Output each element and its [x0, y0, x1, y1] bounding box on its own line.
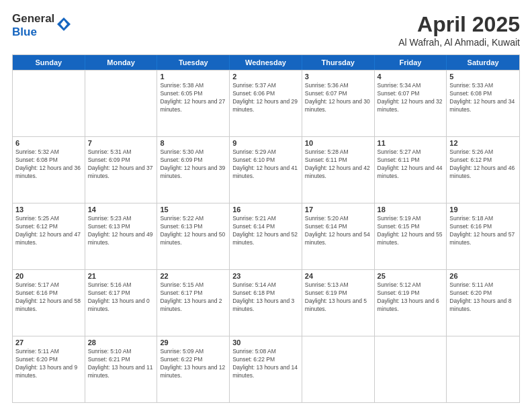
cell-day-number: 7	[88, 139, 154, 147]
cell-day-number: 3	[305, 73, 371, 81]
cell-day-number: 27	[15, 338, 82, 347]
logo-blue: Blue	[12, 26, 54, 39]
calendar-cell: 11Sunrise: 5:27 AM Sunset: 6:11 PM Dayli…	[375, 137, 447, 203]
calendar-cell: 10Sunrise: 5:28 AM Sunset: 6:11 PM Dayli…	[302, 137, 375, 203]
calendar-cell: 23Sunrise: 5:14 AM Sunset: 6:18 PM Dayli…	[230, 270, 302, 336]
calendar-cell: 17Sunrise: 5:20 AM Sunset: 6:14 PM Dayli…	[302, 203, 375, 269]
header-cell-friday: Friday	[375, 55, 447, 70]
calendar-cell: 24Sunrise: 5:13 AM Sunset: 6:19 PM Dayli…	[302, 270, 375, 336]
calendar-row-3: 13Sunrise: 5:25 AM Sunset: 6:12 PM Dayli…	[13, 203, 519, 269]
cell-info: Sunrise: 5:22 AM Sunset: 6:13 PM Dayligh…	[160, 215, 226, 247]
cell-info: Sunrise: 5:33 AM Sunset: 6:08 PM Dayligh…	[449, 82, 517, 114]
calendar-cell: 28Sunrise: 5:10 AM Sunset: 6:21 PM Dayli…	[85, 336, 158, 402]
calendar-cell: 21Sunrise: 5:16 AM Sunset: 6:17 PM Dayli…	[85, 270, 158, 336]
cell-day-number: 8	[160, 139, 226, 147]
calendar-cell: 7Sunrise: 5:31 AM Sunset: 6:09 PM Daylig…	[85, 137, 158, 203]
calendar-cell: 2Sunrise: 5:37 AM Sunset: 6:06 PM Daylig…	[230, 71, 302, 136]
header-cell-saturday: Saturday	[447, 55, 519, 70]
cell-info: Sunrise: 5:17 AM Sunset: 6:16 PM Dayligh…	[15, 281, 82, 314]
cell-day-number: 13	[15, 205, 82, 214]
calendar-cell: 14Sunrise: 5:23 AM Sunset: 6:13 PM Dayli…	[85, 203, 158, 269]
header-cell-wednesday: Wednesday	[230, 55, 302, 70]
calendar-cell: 5Sunrise: 5:33 AM Sunset: 6:08 PM Daylig…	[447, 71, 519, 136]
header-cell-thursday: Thursday	[302, 55, 375, 70]
calendar-cell: 29Sunrise: 5:09 AM Sunset: 6:22 PM Dayli…	[157, 336, 230, 402]
header-cell-monday: Monday	[85, 55, 158, 70]
cell-info: Sunrise: 5:12 AM Sunset: 6:19 PM Dayligh…	[378, 281, 444, 314]
cell-info: Sunrise: 5:14 AM Sunset: 6:18 PM Dayligh…	[232, 281, 299, 314]
logo-general: General	[12, 12, 54, 26]
calendar-cell: 19Sunrise: 5:18 AM Sunset: 6:16 PM Dayli…	[447, 203, 519, 269]
calendar-title: April 2025	[398, 12, 520, 37]
cell-day-number: 14	[88, 205, 154, 214]
calendar-cell: 25Sunrise: 5:12 AM Sunset: 6:19 PM Dayli…	[375, 270, 447, 336]
cell-day-number: 25	[378, 272, 444, 280]
cell-info: Sunrise: 5:37 AM Sunset: 6:06 PM Dayligh…	[232, 82, 299, 114]
cell-info: Sunrise: 5:16 AM Sunset: 6:17 PM Dayligh…	[88, 281, 154, 314]
calendar-cell: 6Sunrise: 5:32 AM Sunset: 6:08 PM Daylig…	[13, 137, 85, 203]
cell-info: Sunrise: 5:34 AM Sunset: 6:07 PM Dayligh…	[378, 82, 444, 114]
cell-info: Sunrise: 5:15 AM Sunset: 6:17 PM Dayligh…	[160, 281, 226, 314]
calendar-cell: 26Sunrise: 5:11 AM Sunset: 6:20 PM Dayli…	[447, 270, 519, 336]
calendar-body: 1Sunrise: 5:38 AM Sunset: 6:05 PM Daylig…	[13, 70, 519, 402]
calendar-cell: 27Sunrise: 5:11 AM Sunset: 6:20 PM Dayli…	[13, 336, 85, 402]
calendar-cell: 8Sunrise: 5:30 AM Sunset: 6:09 PM Daylig…	[157, 137, 230, 203]
cell-day-number: 2	[232, 73, 299, 81]
cell-info: Sunrise: 5:30 AM Sunset: 6:09 PM Dayligh…	[160, 148, 226, 181]
calendar-cell: 13Sunrise: 5:25 AM Sunset: 6:12 PM Dayli…	[13, 203, 85, 269]
cell-day-number: 24	[305, 272, 371, 280]
cell-day-number: 18	[378, 205, 444, 214]
calendar-cell: 15Sunrise: 5:22 AM Sunset: 6:13 PM Dayli…	[157, 203, 230, 269]
cell-day-number: 20	[15, 272, 82, 280]
cell-day-number: 16	[232, 205, 299, 214]
cell-day-number: 23	[232, 272, 299, 280]
calendar-cell: 9Sunrise: 5:29 AM Sunset: 6:10 PM Daylig…	[230, 137, 302, 203]
calendar-row-5: 27Sunrise: 5:11 AM Sunset: 6:20 PM Dayli…	[13, 336, 519, 402]
cell-day-number: 21	[88, 272, 154, 280]
calendar-cell	[447, 336, 519, 402]
calendar-cell: 30Sunrise: 5:08 AM Sunset: 6:22 PM Dayli…	[230, 336, 302, 402]
calendar-cell: 1Sunrise: 5:38 AM Sunset: 6:05 PM Daylig…	[157, 71, 230, 136]
cell-info: Sunrise: 5:28 AM Sunset: 6:11 PM Dayligh…	[305, 148, 371, 181]
cell-info: Sunrise: 5:25 AM Sunset: 6:12 PM Dayligh…	[15, 215, 82, 247]
cell-info: Sunrise: 5:09 AM Sunset: 6:22 PM Dayligh…	[160, 348, 226, 380]
logo: General Blue	[12, 12, 71, 40]
logo-icon	[57, 17, 71, 31]
cell-day-number: 11	[378, 139, 444, 147]
cell-day-number: 10	[305, 139, 371, 147]
cell-day-number: 12	[449, 139, 517, 147]
cell-day-number: 22	[160, 272, 226, 280]
cell-info: Sunrise: 5:32 AM Sunset: 6:08 PM Dayligh…	[15, 148, 82, 181]
calendar-header-row: SundayMondayTuesdayWednesdayThursdayFrid…	[13, 55, 519, 70]
calendar-cell: 3Sunrise: 5:36 AM Sunset: 6:07 PM Daylig…	[302, 71, 375, 136]
calendar-cell: 16Sunrise: 5:21 AM Sunset: 6:14 PM Dayli…	[230, 203, 302, 269]
cell-info: Sunrise: 5:08 AM Sunset: 6:22 PM Dayligh…	[232, 348, 299, 380]
cell-day-number: 9	[232, 139, 299, 147]
cell-info: Sunrise: 5:21 AM Sunset: 6:14 PM Dayligh…	[232, 215, 299, 247]
calendar-cell	[85, 71, 158, 136]
cell-day-number: 15	[160, 205, 226, 214]
cell-day-number: 6	[15, 139, 82, 147]
calendar-subtitle: Al Wafrah, Al Ahmadi, Kuwait	[398, 37, 520, 48]
cell-info: Sunrise: 5:23 AM Sunset: 6:13 PM Dayligh…	[88, 215, 154, 247]
cell-day-number: 30	[232, 338, 299, 347]
cell-day-number: 17	[305, 205, 371, 214]
calendar-cell	[302, 336, 375, 402]
cell-info: Sunrise: 5:31 AM Sunset: 6:09 PM Dayligh…	[88, 148, 154, 181]
cell-day-number: 5	[449, 73, 517, 81]
calendar-row-4: 20Sunrise: 5:17 AM Sunset: 6:16 PM Dayli…	[13, 269, 519, 336]
calendar: SundayMondayTuesdayWednesdayThursdayFrid…	[12, 54, 520, 403]
calendar-row-1: 1Sunrise: 5:38 AM Sunset: 6:05 PM Daylig…	[13, 70, 519, 136]
calendar-row-2: 6Sunrise: 5:32 AM Sunset: 6:08 PM Daylig…	[13, 136, 519, 203]
cell-day-number: 4	[378, 73, 444, 81]
cell-day-number: 26	[449, 272, 517, 280]
calendar-cell: 18Sunrise: 5:19 AM Sunset: 6:15 PM Dayli…	[375, 203, 447, 269]
cell-info: Sunrise: 5:11 AM Sunset: 6:20 PM Dayligh…	[449, 281, 517, 314]
cell-info: Sunrise: 5:29 AM Sunset: 6:10 PM Dayligh…	[232, 148, 299, 181]
calendar-cell: 12Sunrise: 5:26 AM Sunset: 6:12 PM Dayli…	[447, 137, 519, 203]
calendar-cell: 22Sunrise: 5:15 AM Sunset: 6:17 PM Dayli…	[157, 270, 230, 336]
cell-info: Sunrise: 5:20 AM Sunset: 6:14 PM Dayligh…	[305, 215, 371, 247]
calendar-cell: 20Sunrise: 5:17 AM Sunset: 6:16 PM Dayli…	[13, 270, 85, 336]
calendar-cell: 4Sunrise: 5:34 AM Sunset: 6:07 PM Daylig…	[375, 71, 447, 136]
cell-info: Sunrise: 5:18 AM Sunset: 6:16 PM Dayligh…	[449, 215, 517, 247]
